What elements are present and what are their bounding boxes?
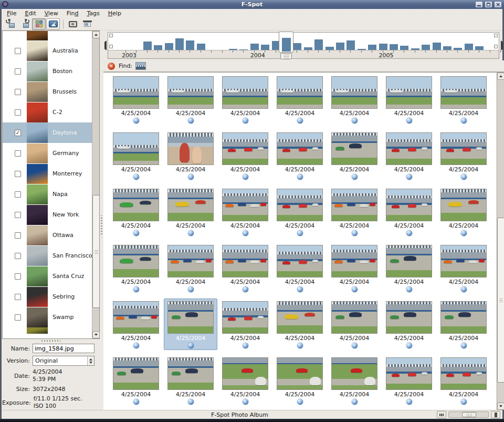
photo-cell[interactable]: 4/25/2004: [382, 242, 436, 299]
photo-cell[interactable]: 4/25/2004: [327, 299, 382, 355]
timeline-bar[interactable]: [175, 38, 184, 50]
photo-thumbnail[interactable]: [277, 132, 323, 165]
menu-help[interactable]: Help: [104, 9, 125, 17]
photo-cell[interactable]: 4/25/2004: [218, 299, 272, 355]
photo-cell-box[interactable]: 4/25/2004: [164, 355, 217, 406]
photo-cell[interactable]: 4/25/2004: [272, 130, 327, 186]
photo-cell[interactable]: 4/25/2004: [436, 242, 491, 299]
photo-cell[interactable]: 4/25/2004: [109, 186, 163, 242]
maximize-button[interactable]: [485, 1, 492, 8]
photo-cell-box[interactable]: 4/25/2004: [382, 355, 436, 406]
photo-cell-box[interactable]: 4/25/2004: [218, 299, 272, 350]
scrollbar-thumb[interactable]: [92, 195, 100, 308]
photo-cell-box[interactable]: 4/25/2004: [328, 74, 381, 125]
timeline-bar[interactable]: [422, 45, 430, 50]
photo-cell[interactable]: 4/25/2004: [218, 186, 272, 242]
scroll-down-button[interactable]: [497, 403, 504, 410]
photo-cell-box[interactable]: 4/25/2004: [164, 74, 217, 125]
timeline-selection-frame[interactable]: [279, 32, 293, 53]
photo-cell-box[interactable]: 4/25/2004: [164, 299, 217, 350]
timeline-bar[interactable]: [368, 45, 376, 50]
timeline-bar[interactable]: [346, 40, 355, 50]
timeline-bar[interactable]: [250, 44, 259, 50]
name-input[interactable]: [33, 344, 94, 353]
photo-thumbnail[interactable]: [113, 76, 159, 109]
photo-thumbnail[interactable]: [167, 301, 214, 334]
timeline-range-handle-left-top[interactable]: [109, 34, 113, 37]
timeline-range-handle-right-top[interactable]: [494, 34, 498, 37]
tag-checkbox[interactable]: [15, 253, 21, 259]
thumbnail-size-small-button[interactable]: [437, 411, 446, 418]
photo-cell[interactable]: 4/25/2004: [382, 355, 436, 410]
photo-thumbnail[interactable]: [386, 189, 432, 221]
photo-cell-box[interactable]: 4/25/2004: [382, 74, 436, 125]
photo-cell[interactable]: 4/25/2004: [163, 186, 218, 242]
photo-cell-box[interactable]: 4/25/2004: [437, 299, 490, 350]
photo-thumbnail[interactable]: [222, 132, 268, 165]
tag-row-germany[interactable]: Germany: [3, 143, 92, 163]
photo-cell[interactable]: 4/25/2004: [163, 355, 218, 410]
timeline-bar[interactable]: [154, 45, 162, 50]
photo-cell-box[interactable]: 4/25/2004: [273, 355, 327, 406]
photo-thumbnail[interactable]: [222, 189, 268, 221]
rotate-right-button[interactable]: ↻: [18, 18, 32, 30]
photo-cell[interactable]: 4/25/2004: [382, 74, 436, 130]
photo-thumbnail[interactable]: [113, 301, 159, 334]
tag-checkbox[interactable]: ✓: [15, 130, 21, 136]
timeline-bar[interactable]: [433, 43, 441, 50]
photo-cell-box[interactable]: 4/25/2004: [218, 186, 272, 238]
photo-cell[interactable]: 4/25/2004: [163, 74, 218, 130]
tag-row-santa-cruz[interactable]: Santa Cruz: [3, 266, 92, 286]
photo-cell[interactable]: 4/25/2004: [109, 242, 163, 299]
slideshow-button[interactable]: [80, 18, 94, 30]
photo-thumbnail[interactable]: [331, 301, 377, 334]
close-button[interactable]: ×: [494, 1, 502, 8]
photo-thumbnail[interactable]: [386, 245, 432, 277]
photo-cell-box[interactable]: 4/25/2004: [273, 130, 327, 181]
photo-thumbnail[interactable]: [167, 76, 214, 109]
photo-cell[interactable]: 4/25/2004: [109, 299, 163, 355]
rotate-left-button[interactable]: ↺: [4, 18, 17, 30]
photo-cell-box[interactable]: 4/25/2004: [382, 242, 436, 294]
photo-cell[interactable]: 4/25/2004: [109, 355, 163, 410]
menu-tags[interactable]: Tags: [82, 9, 103, 17]
photo-cell[interactable]: 4/25/2004: [218, 130, 272, 186]
tag-row-ottawa[interactable]: Ottawa: [3, 225, 92, 245]
photo-cell[interactable]: 4/25/2004: [218, 74, 272, 130]
timeline-bar[interactable]: [390, 44, 398, 50]
scroll-down-button[interactable]: [92, 331, 100, 338]
fullscreen-button[interactable]: [66, 18, 80, 30]
tag-checkbox[interactable]: [15, 109, 21, 116]
thumbnail-size-slider[interactable]: [448, 411, 489, 418]
thumbnail-size-large-button[interactable]: [491, 411, 500, 418]
photo-cell[interactable]: 4/25/2004: [218, 355, 272, 410]
menu-edit[interactable]: Edit: [20, 9, 40, 17]
photo-thumbnail[interactable]: [440, 76, 487, 109]
timeline-bar[interactable]: [379, 44, 387, 50]
photo-thumbnail[interactable]: [277, 189, 323, 221]
photo-cell-box[interactable]: 4/25/2004: [109, 355, 163, 406]
photo-cell[interactable]: 4/25/2004: [327, 74, 382, 130]
menu-file[interactable]: File: [3, 9, 20, 17]
photo-thumbnail[interactable]: [386, 301, 432, 334]
photo-cell[interactable]: 4/25/2004: [272, 74, 327, 130]
minimize-button[interactable]: [475, 1, 483, 8]
tag-checkbox[interactable]: [15, 212, 21, 218]
timeline-bar[interactable]: [143, 42, 152, 50]
photo-thumbnail[interactable]: [277, 245, 323, 277]
photo-cell[interactable]: 4/25/2004: [272, 355, 327, 410]
slider-handle[interactable]: [462, 412, 476, 417]
timeline-bar[interactable]: [165, 43, 173, 50]
photo-cell-box[interactable]: 4/25/2004: [328, 186, 381, 238]
tag-checkbox[interactable]: [15, 294, 21, 300]
tag-row-new-york[interactable]: New York: [3, 204, 92, 225]
photo-cell-box[interactable]: 4/25/2004: [328, 130, 381, 181]
tag-checkbox[interactable]: [15, 68, 21, 75]
photo-thumbnail[interactable]: [440, 301, 487, 334]
timeline-scroll-right-icon[interactable]: [501, 42, 503, 49]
photo-thumbnail[interactable]: [222, 245, 268, 277]
photo-cell-box[interactable]: 4/25/2004: [437, 130, 490, 181]
photo-cell-box[interactable]: 4/25/2004: [328, 355, 381, 406]
timeline-range-handle-left-bottom[interactable]: [109, 45, 113, 48]
photo-thumbnail[interactable]: [331, 76, 377, 109]
